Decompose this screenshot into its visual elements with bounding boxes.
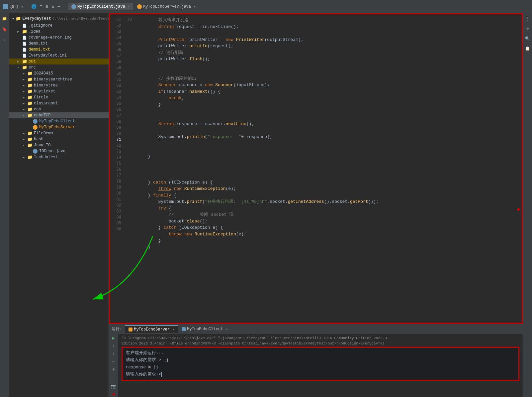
tree-item-out[interactable]: ▶ 📁 out bbox=[9, 59, 109, 65]
folder-icon-javaio: 📁 bbox=[27, 143, 33, 148]
folder-icon-20240415: 📁 bbox=[27, 71, 33, 76]
cmd-line-1: "C:\Program Files\Java\jdk-17\bin\java.e… bbox=[122, 336, 519, 340]
right-icon-3[interactable]: 🔍 bbox=[524, 35, 531, 42]
tree-item-classroom1[interactable]: ▶ 📁 classroom1 bbox=[9, 100, 109, 106]
run-label: 运行: bbox=[112, 326, 122, 332]
bottom-panel: 运行: MyTcpEchoServer ✕ MyTcpEchoClient ✕ … bbox=[109, 324, 523, 397]
tree-root-path: C:\test_java\EverydayTest\E bbox=[52, 17, 109, 21]
console-box: 客户端开始运行... 请输入你的需求-> jj response = jj 请输… bbox=[122, 347, 519, 381]
file-icon-coverage: 📄 bbox=[22, 35, 27, 40]
split-icon[interactable]: ⊟ bbox=[45, 4, 48, 9]
server-run-icon bbox=[129, 328, 133, 331]
folder-icon-bt: 📁 bbox=[27, 83, 33, 88]
console-line-4: 请输入你的需求-> bbox=[126, 371, 515, 378]
item-arrow-buyticket: ▶ bbox=[23, 89, 27, 93]
right-icon-2[interactable]: ⚙ bbox=[524, 25, 531, 32]
tree-item-demo[interactable]: 📄 demo.txt bbox=[9, 41, 109, 47]
tree-item-client[interactable]: MyTcpEchoClient bbox=[9, 118, 109, 124]
item-arrow-out: ▶ bbox=[17, 60, 22, 64]
tree-header: ▾ 📁 EverydayTest C:\test_java\EverydayTe… bbox=[9, 15, 109, 23]
folder-icon-out: 📁 bbox=[22, 59, 27, 64]
tree-item-iml[interactable]: 📄 EverydayTest.iml bbox=[9, 53, 109, 59]
java-icon-client bbox=[33, 119, 38, 124]
add-icon[interactable]: + bbox=[110, 367, 117, 373]
folder-icon-src: 📁 bbox=[22, 65, 27, 70]
project-cube-icon bbox=[3, 4, 8, 9]
bottom-content: ▶ ↑ ↓ ✏ + − 📷 ■ ← "C:\Program Files\Java… bbox=[109, 334, 523, 397]
tree-item-javaio[interactable]: ▾ 📁 Java_IO bbox=[9, 142, 109, 148]
tree-item-lambdatest[interactable]: ▶ 📁 lambdatest bbox=[9, 154, 109, 160]
tree-item-server[interactable]: MyTcpEchoServer bbox=[9, 124, 109, 130]
run-output[interactable]: "C:\Program Files\Java\jdk-17\bin\java.e… bbox=[118, 334, 523, 397]
git-icon[interactable]: ⑂ bbox=[1, 37, 8, 43]
code-content[interactable]: // 输入请求并发送 String request = in.nextLine(… bbox=[123, 14, 522, 323]
bookmark-icon[interactable]: 🔖 bbox=[1, 26, 8, 33]
tree-item-buyticket[interactable]: ▶ 📁 buyticket bbox=[9, 88, 109, 94]
client-tab-close[interactable]: ✕ bbox=[225, 327, 227, 331]
scroll-down-icon[interactable]: ↓ bbox=[110, 351, 117, 356]
right-icon-1[interactable]: ⋮ bbox=[524, 15, 531, 22]
tree-root-folder-icon: 📁 bbox=[16, 16, 21, 21]
top-bar: 项目 ▾ | 🌐 ≡ ⊟ ⚙ — MyTcpEchoClient.java ✕ … bbox=[0, 0, 532, 13]
tree-item-iodemo[interactable]: IODemo.java bbox=[9, 148, 109, 154]
run-left-icons: ▶ ↑ ↓ ✏ + − 📷 ■ ← bbox=[109, 334, 118, 397]
minimize-icon[interactable]: — bbox=[57, 4, 60, 9]
folder-icon-hash: 📁 bbox=[27, 137, 33, 142]
tree-item-circle[interactable]: ▶ 📁 Circle bbox=[9, 94, 109, 100]
tab1-close[interactable]: ✕ bbox=[128, 5, 130, 9]
project-dropdown[interactable]: 项目 ▾ bbox=[10, 4, 23, 10]
tree-item-filedemo[interactable]: ▶ 📁 FileDemo bbox=[9, 130, 109, 136]
toolbar-icons: 🌐 ≡ ⊟ ⚙ — bbox=[31, 4, 60, 9]
item-arrow-bst: ▶ bbox=[23, 77, 27, 81]
tab-client-run[interactable]: MyTcpEchoClient ✕ bbox=[178, 326, 231, 333]
tab2-close[interactable]: ✕ bbox=[194, 5, 196, 9]
tree-item-bst[interactable]: ▶ 📁 binarysearchtree bbox=[9, 76, 109, 82]
item-arrow-bt: ▶ bbox=[23, 83, 27, 87]
file-tree: ▾ 📁 EverydayTest C:\test_java\EverydayTe… bbox=[9, 13, 109, 397]
tree-item-20240415[interactable]: ▶ 📁 20240415 bbox=[9, 70, 109, 76]
tree-item-echotcp[interactable]: ▾ 📁 echoTCP bbox=[9, 112, 109, 118]
bottom-tabs: 运行: MyTcpEchoServer ✕ MyTcpEchoClient ✕ bbox=[109, 324, 523, 334]
tree-item-coverage[interactable]: 📄 coverage-error.log bbox=[9, 35, 109, 41]
tree-item-src[interactable]: ▾ 📁 src bbox=[9, 65, 109, 70]
camera-icon[interactable]: 📷 bbox=[110, 384, 117, 389]
stop-button[interactable]: ■ bbox=[110, 392, 117, 397]
folder-icon-echotcp: 📁 bbox=[27, 113, 33, 118]
tree-item-gitignore[interactable]: 📄 .gitignore bbox=[9, 23, 109, 29]
tree-item-com[interactable]: ▶ 📁 com bbox=[9, 106, 109, 112]
tab-mytcpechoserver[interactable]: MyTcpEchoServer.java ✕ bbox=[134, 3, 199, 10]
cursor-blink bbox=[161, 372, 162, 377]
tab-mytcpechoclient[interactable]: MyTcpEchoClient.java ✕ bbox=[68, 3, 133, 10]
tab-server-run[interactable]: MyTcpEchoServer ✕ bbox=[125, 325, 178, 333]
right-side-icons: ⋮ ⚙ 🔍 📋 bbox=[523, 13, 532, 397]
java-icon-server bbox=[33, 125, 38, 130]
tree-root-arrow[interactable]: ▾ bbox=[12, 16, 14, 21]
file-icon-demo: 📄 bbox=[22, 41, 27, 46]
server-tab-close[interactable]: ✕ bbox=[172, 328, 174, 331]
file-icon-iml: 📄 bbox=[22, 53, 27, 58]
project-icon-btn[interactable]: 📁 bbox=[1, 15, 8, 22]
scroll-up-icon[interactable]: ↑ bbox=[110, 343, 117, 348]
item-arrow-echotcp: ▾ bbox=[23, 113, 27, 117]
remove-icon[interactable]: − bbox=[110, 375, 117, 381]
globe-icon[interactable]: 🌐 bbox=[31, 4, 37, 9]
folder-icon-bst: 📁 bbox=[27, 77, 33, 82]
tree-item-hash[interactable]: ▶ 📁 hash bbox=[9, 136, 109, 142]
console-line-3: response = jj bbox=[126, 364, 515, 371]
client-run-icon bbox=[182, 327, 186, 331]
tab-bar: MyTcpEchoClient.java ✕ MyTcpEchoServer.j… bbox=[68, 3, 529, 10]
code-editor: 51 52 53 54 55 56 57 58 59 60 61 62 63 6… bbox=[109, 13, 523, 324]
run-button[interactable]: ▶ bbox=[110, 335, 117, 341]
gear-icon[interactable]: ⚙ bbox=[51, 4, 54, 9]
edit-icon[interactable]: ✏ bbox=[110, 359, 117, 364]
tree-item-demo1[interactable]: 📄 demo1.txt bbox=[9, 47, 109, 53]
tree-root-label[interactable]: EverydayTest bbox=[22, 16, 51, 21]
item-arrow-hash: ▶ bbox=[23, 137, 27, 141]
tree-item-bt[interactable]: ▶ 📁 binarytree bbox=[9, 82, 109, 88]
tree-item-idea[interactable]: ▶ 📁 .idea bbox=[9, 29, 109, 35]
item-arrow-idea: ▶ bbox=[17, 30, 22, 34]
list-icon[interactable]: ≡ bbox=[40, 4, 43, 9]
right-icon-4[interactable]: 📋 bbox=[524, 45, 531, 52]
client-java-icon bbox=[71, 4, 76, 9]
item-arrow-classroom1: ▶ bbox=[23, 101, 27, 105]
